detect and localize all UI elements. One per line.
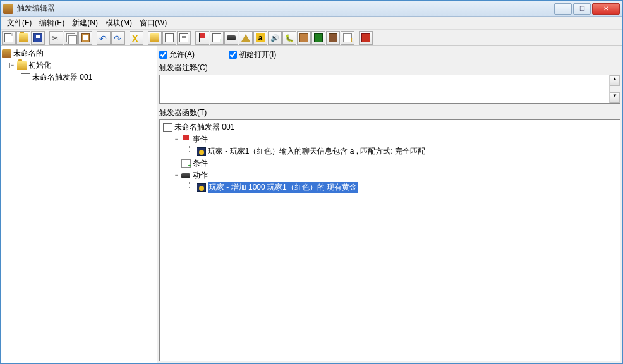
- folder-icon: [150, 33, 159, 42]
- new-file-icon: [4, 33, 13, 42]
- tree-folder-label: 初始化: [28, 60, 51, 71]
- expander-folder[interactable]: −: [9, 63, 15, 68]
- tree-connector-icon: [186, 147, 197, 156]
- tb-btn-misc3[interactable]: [326, 31, 340, 45]
- expander-actions[interactable]: −: [174, 173, 179, 178]
- minimize-button[interactable]: —: [554, 3, 572, 15]
- app-icon: [3, 4, 13, 14]
- tree-trigger[interactable]: 未命名触发器 001: [1, 71, 157, 83]
- allow-checkbox-label[interactable]: 允许(A): [159, 49, 195, 60]
- allow-checkbox[interactable]: [159, 51, 167, 59]
- tb-copy[interactable]: [64, 31, 78, 45]
- action-icon: [227, 33, 236, 42]
- triangle-icon: [241, 34, 250, 42]
- condition-icon: [181, 159, 191, 168]
- titlebar: 触发编辑器 — ☐ ✕: [1, 1, 622, 17]
- tb-btn-misc1[interactable]: [297, 31, 311, 45]
- player-icon: [197, 147, 206, 156]
- menu-window[interactable]: 窗口(W): [136, 16, 171, 30]
- comment-scrollbar[interactable]: ▲ ▼: [609, 75, 620, 103]
- expander-events[interactable]: −: [174, 136, 179, 142]
- tree-folder[interactable]: − 初始化: [1, 59, 157, 71]
- page-icon: [165, 33, 174, 42]
- folder-open-icon: [19, 33, 28, 42]
- tb-btn-tri[interactable]: [239, 31, 253, 45]
- func-actions[interactable]: − 动作: [160, 169, 620, 181]
- functions-tree[interactable]: 未命名触发器 001 − 事件 玩家 - 玩家1（红色）输入的聊天信息包含 a …: [159, 119, 620, 361]
- tb-new[interactable]: [2, 31, 16, 45]
- tb-new-event[interactable]: [195, 31, 209, 45]
- func-conditions[interactable]: 条件: [160, 157, 620, 169]
- events-label: 事件: [193, 134, 208, 145]
- tb-undo[interactable]: [97, 31, 111, 45]
- undo-icon: [99, 33, 108, 42]
- misc-icon-2: [314, 33, 323, 42]
- scroll-up-icon[interactable]: ▲: [610, 75, 620, 86]
- init-open-checkbox[interactable]: [229, 51, 237, 59]
- menu-edit[interactable]: 编辑(E): [35, 16, 68, 30]
- tb-btn-misc5[interactable]: [359, 31, 373, 45]
- tb-btn-bug[interactable]: [282, 31, 296, 45]
- tb-btn-sound[interactable]: [268, 31, 282, 45]
- tb-btn-misc2[interactable]: [312, 31, 325, 45]
- init-open-checkbox-label[interactable]: 初始打开(I): [229, 49, 276, 60]
- func-root[interactable]: 未命名触发器 001: [160, 121, 620, 133]
- window-title: 触发编辑器: [16, 3, 554, 14]
- tb-btn-misc4[interactable]: [341, 31, 354, 45]
- comment-label: 触发器注释(C): [159, 61, 620, 75]
- tb-cut[interactable]: ✂: [49, 31, 63, 45]
- init-open-text: 初始打开(I): [239, 49, 276, 60]
- func-root-label: 未命名触发器 001: [174, 122, 234, 133]
- tree-root[interactable]: 未命名的: [1, 47, 157, 59]
- sound-icon: [270, 33, 279, 42]
- misc-icon-5: [361, 33, 370, 42]
- action-icon: [181, 171, 191, 180]
- action-1-text: 玩家 - 增加 1000 玩家1（红色）的 现有黄金: [208, 182, 358, 193]
- tb-save[interactable]: [31, 31, 45, 45]
- cut-icon: ✂: [52, 33, 61, 42]
- tb-redo[interactable]: [111, 31, 125, 45]
- tb-paste[interactable]: [78, 31, 92, 45]
- tree-trigger-label: 未命名触发器 001: [32, 72, 92, 83]
- tb-new-category[interactable]: [148, 31, 162, 45]
- comment-textbox[interactable]: ▲ ▼: [159, 75, 620, 104]
- misc-icon-3: [329, 33, 337, 42]
- tree-connector-icon: [186, 183, 197, 192]
- letter-a-icon: a: [256, 33, 265, 42]
- menubar: 文件(F) 编辑(E) 新建(N) 模块(M) 窗口(W): [1, 17, 622, 30]
- menu-new[interactable]: 新建(N): [68, 16, 102, 30]
- tb-new-action[interactable]: [224, 31, 238, 45]
- menu-file[interactable]: 文件(F): [3, 16, 35, 30]
- trigger-tree[interactable]: 未命名的 − 初始化 未命名触发器 001: [1, 46, 157, 363]
- tb-disable[interactable]: X: [130, 31, 143, 45]
- scroll-down-icon[interactable]: ▼: [610, 92, 620, 103]
- folder-open-icon: [17, 61, 27, 70]
- func-event-1[interactable]: 玩家 - 玩家1（红色）输入的聊天信息包含 a , 匹配方式: 完全匹配: [160, 145, 620, 157]
- player-icon: [197, 183, 206, 192]
- window-controls: — ☐ ✕: [554, 3, 620, 15]
- func-events[interactable]: − 事件: [160, 133, 620, 145]
- toolbar: ✂ X a: [1, 30, 622, 46]
- trigger-icon: [21, 73, 30, 82]
- bug-icon: [285, 33, 294, 42]
- tree-root-label: 未命名的: [13, 48, 44, 59]
- flag-red-icon: [198, 33, 207, 42]
- actions-label: 动作: [193, 170, 208, 181]
- menu-module[interactable]: 模块(M): [102, 16, 136, 30]
- functions-label: 触发器函数(T): [159, 106, 620, 119]
- trigger-icon: [163, 123, 172, 132]
- tb-open[interactable]: [16, 31, 30, 45]
- redo-icon: [114, 33, 123, 42]
- maximize-button[interactable]: ☐: [573, 3, 591, 15]
- page-lines-icon: [179, 33, 188, 42]
- x-icon: X: [132, 33, 141, 42]
- func-action-1[interactable]: 玩家 - 增加 1000 玩家1（红色）的 现有黄金: [160, 181, 620, 193]
- close-button[interactable]: ✕: [592, 3, 620, 15]
- condition-icon: [212, 33, 221, 42]
- event-1-text: 玩家 - 玩家1（红色）输入的聊天信息包含 a , 匹配方式: 完全匹配: [208, 146, 425, 157]
- tb-new-condition[interactable]: [210, 31, 224, 45]
- tb-new-trigger[interactable]: [162, 31, 176, 45]
- tb-new-trigger-comment[interactable]: [177, 31, 191, 45]
- checks-row: 允许(A) 初始打开(I): [159, 48, 620, 61]
- tb-btn-a[interactable]: a: [253, 31, 267, 45]
